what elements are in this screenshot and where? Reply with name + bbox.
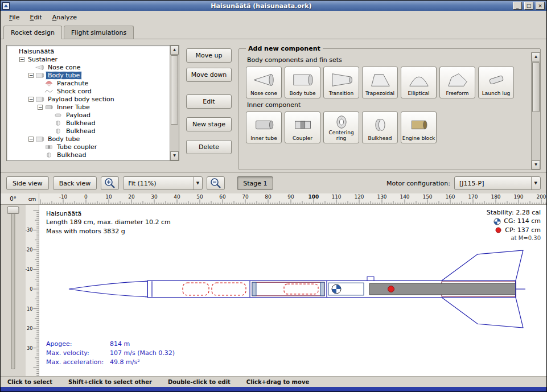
rotation-slider	[1, 205, 26, 376]
tree-item-haisun-t[interactable]: Haisunäätä	[17, 48, 56, 55]
component-tree-panel: Haisunäätä−SustainerNose cone−Body tubeP…	[6, 45, 179, 161]
tree-item-nose-cone[interactable]: Nose cone	[46, 64, 82, 71]
tab-flight-simulations[interactable]: Flight simulations	[64, 26, 134, 39]
palette-scrollbar-thumb[interactable]	[532, 62, 540, 112]
tree-item-payload-body-section[interactable]: Payload body section	[46, 96, 116, 103]
status-hint: Click to select	[7, 379, 52, 385]
bulkhead-icon	[44, 152, 54, 158]
component-bulkhead-button[interactable]: Bulkhead	[362, 112, 398, 143]
component-centering-ring-button[interactable]: Centering ring	[323, 112, 359, 143]
flight-info: Apogee: 814 m Max. velocity: 107 m/s (Ma…	[46, 340, 175, 367]
svg-text:60: 60	[219, 194, 225, 200]
component-inner-tube-button[interactable]: Inner tube	[246, 112, 282, 143]
svg-text:10: 10	[105, 194, 112, 200]
rotation-slider-handle[interactable]	[7, 207, 19, 214]
tree-item-body-tube[interactable]: Body tube	[46, 135, 81, 143]
bulkhead-icon	[54, 128, 63, 134]
tree-expander-icon[interactable]: −	[28, 137, 34, 142]
tree-item-bulkhead[interactable]: Bulkhead	[55, 151, 88, 159]
svg-text:0: 0	[84, 194, 88, 200]
tree-expander-icon[interactable]: −	[19, 57, 24, 62]
status-hint: Shift+click to select other	[68, 379, 152, 385]
edit-button[interactable]: Edit	[186, 94, 232, 109]
motor-configuration-combo[interactable]: [J115-P] ▼	[454, 176, 541, 190]
component-label: Freeform	[446, 91, 468, 97]
tab-rocket-design[interactable]: Rocket design	[3, 26, 62, 39]
bodytube-icon	[35, 136, 44, 142]
zoom-in-icon	[104, 177, 116, 189]
component-nose-cone-button[interactable]: Nose cone	[246, 67, 282, 98]
tree-item-sustainer[interactable]: Sustainer	[26, 56, 59, 63]
max-velocity-label: Max. velocity:	[46, 349, 110, 358]
menu-analyze[interactable]: Analyze	[47, 12, 82, 23]
tree-expander-icon[interactable]: −	[28, 73, 34, 78]
component-elliptical-button[interactable]: Elliptical	[401, 67, 437, 98]
scroll-up-arrow-icon[interactable]: ▲	[170, 46, 179, 55]
svg-text:140: 140	[400, 194, 409, 200]
rocket-canvas: Haisunäätä Length 189 cm, max. diameter …	[39, 205, 546, 376]
scroll-down-arrow-icon[interactable]: ▼	[170, 151, 179, 160]
tree-row: Payload	[8, 111, 170, 119]
scroll-down-arrow-icon[interactable]: ▼	[532, 160, 540, 170]
zoom-combo[interactable]: Fit (11%) ▼	[123, 176, 203, 190]
new-stage-button[interactable]: New stage	[186, 117, 232, 131]
tree-scrollbar-track[interactable]	[170, 55, 179, 151]
component-trapezoidal-button[interactable]: Trapezoidal	[362, 67, 398, 98]
tree-item-bulkhead[interactable]: Bulkhead	[64, 127, 97, 135]
tree-item-payload[interactable]: Payload	[64, 112, 92, 119]
zoom-out-button[interactable]	[207, 176, 225, 190]
side-view-button[interactable]: Side view	[6, 176, 49, 190]
back-view-button[interactable]: Back view	[53, 176, 97, 190]
shockcord-icon	[44, 88, 54, 94]
chevron-down-icon[interactable]: ▼	[193, 177, 202, 189]
minimize-button[interactable]: _	[513, 2, 522, 10]
stage-1-toggle[interactable]: Stage 1	[237, 176, 273, 190]
menu-file[interactable]: File	[4, 12, 24, 23]
component-label: Centering ring	[324, 130, 358, 142]
move-up-button[interactable]: Move up	[186, 48, 232, 63]
bodytube-icon	[35, 96, 44, 102]
move-down-button[interactable]: Move down	[186, 68, 232, 82]
innertube-icon	[44, 104, 54, 110]
chevron-down-icon[interactable]: ▼	[531, 177, 540, 189]
menubar: FileEditAnalyze	[1, 11, 546, 23]
tree-row: Haisunäätä	[8, 47, 170, 55]
component-engine-block-button[interactable]: Engine block	[401, 112, 437, 143]
app-icon[interactable]	[2, 2, 10, 10]
rotation-slider-track[interactable]	[11, 209, 15, 369]
tree-expander-icon[interactable]: −	[28, 97, 34, 102]
svg-text:-10: -10	[26, 266, 32, 272]
tree-item-tube-coupler[interactable]: Tube coupler	[55, 143, 98, 151]
tree-scrollbar-thumb[interactable]	[171, 55, 178, 125]
svg-text:-20: -20	[26, 247, 32, 253]
tree-item-bulkhead[interactable]: Bulkhead	[64, 119, 97, 127]
component-body-tube-button[interactable]: Body tube	[285, 67, 320, 98]
component-launch-lug-button[interactable]: Launch lug	[478, 67, 514, 98]
tree-row: Parachute	[8, 79, 170, 87]
payload-icon	[54, 112, 63, 118]
component-coupler-button[interactable]: Coupler	[285, 112, 320, 143]
tree-item-shock-cord[interactable]: Shock cord	[55, 88, 93, 95]
close-button[interactable]: ×	[536, 2, 545, 10]
zoom-in-button[interactable]	[101, 176, 119, 190]
apogee-value: 814 m	[110, 340, 130, 349]
delete-button[interactable]: Delete	[186, 140, 232, 154]
component-freeform-button[interactable]: Freeform	[439, 67, 475, 98]
tree-scrollbar[interactable]: ▲ ▼	[170, 46, 179, 160]
maximize-button[interactable]: □	[524, 2, 533, 10]
menu-edit[interactable]: Edit	[24, 12, 47, 23]
tree-expander-icon[interactable]: −	[38, 105, 43, 110]
svg-text:20: 20	[27, 325, 32, 331]
tree-item-body-tube[interactable]: Body tube	[46, 72, 81, 79]
tree-item-inner-tube[interactable]: Inner Tube	[55, 104, 92, 111]
ruler-unit-label: cm	[26, 193, 39, 205]
transition-icon	[330, 72, 353, 88]
palette-scrollbar[interactable]: ▲ ▼	[531, 52, 540, 170]
svg-text:120: 120	[354, 194, 364, 200]
scroll-up-arrow-icon[interactable]: ▲	[532, 52, 540, 61]
component-transition-button[interactable]: Transition	[323, 67, 359, 98]
tree-item-parachute[interactable]: Parachute	[55, 80, 90, 87]
svg-text:110: 110	[331, 194, 341, 200]
bulkhead-icon	[44, 152, 54, 158]
palette-scrollbar-track[interactable]	[532, 61, 540, 160]
